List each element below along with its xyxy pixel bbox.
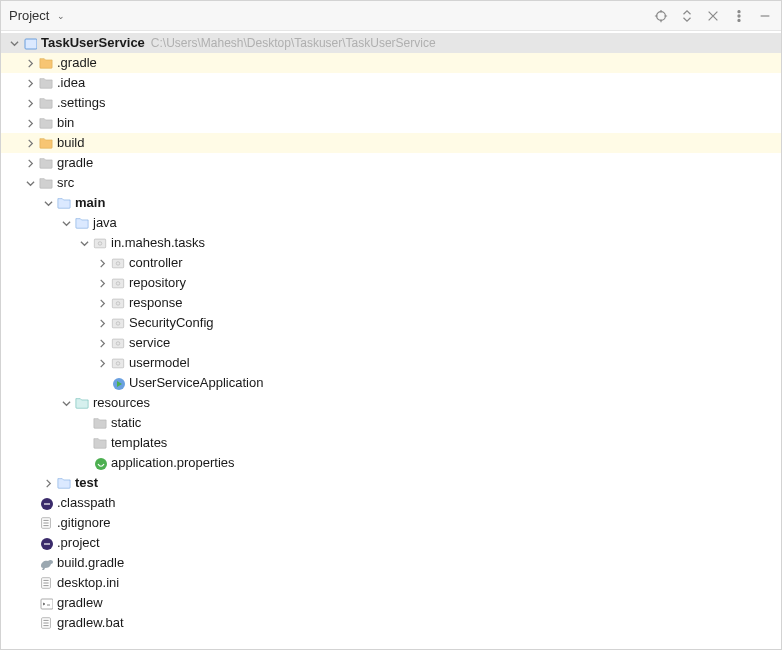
tree-item-gradlew[interactable]: gradlew	[1, 593, 781, 613]
expand-icon[interactable]	[23, 179, 37, 188]
tree-label: gradlew	[55, 593, 103, 613]
expand-icon[interactable]	[95, 359, 109, 368]
tree-label: .settings	[55, 93, 105, 113]
tree-item-usermodel[interactable]: usermodel	[1, 353, 781, 373]
folder-icon	[91, 436, 109, 450]
tree-item-controller[interactable]: controller	[1, 253, 781, 273]
expand-icon[interactable]	[23, 79, 37, 88]
folder-icon	[37, 116, 55, 130]
text-file-icon	[37, 576, 55, 590]
gradle-icon	[37, 556, 55, 570]
source-folder-icon	[73, 216, 91, 230]
eclipse-icon	[37, 496, 55, 510]
project-dropdown[interactable]: Project ⌄	[9, 8, 65, 23]
tree-label: in.mahesh.tasks	[109, 233, 205, 253]
tree-item-desktop-ini[interactable]: desktop.ini	[1, 573, 781, 593]
expand-icon[interactable]	[23, 119, 37, 128]
tree-label: TaskUserService	[39, 33, 145, 53]
module-folder-icon	[55, 476, 73, 490]
panel-title: Project	[9, 8, 49, 23]
tree-item-main[interactable]: main	[1, 193, 781, 213]
tree-item-build[interactable]: build	[1, 133, 781, 153]
tree-item-templates[interactable]: templates	[1, 433, 781, 453]
package-icon	[91, 236, 109, 250]
expand-icon[interactable]	[7, 39, 21, 48]
chevron-down-icon: ⌄	[57, 11, 65, 21]
package-icon	[109, 356, 127, 370]
tree-item-src[interactable]: src	[1, 173, 781, 193]
tree-root-path: C:\Users\Mahesh\Desktop\Taskuser\TaskUse…	[151, 33, 436, 53]
spring-config-icon	[91, 456, 109, 470]
tree-label: static	[109, 413, 141, 433]
tree-label: src	[55, 173, 74, 193]
tree-item-project[interactable]: .project	[1, 533, 781, 553]
folder-icon	[37, 76, 55, 90]
eclipse-icon	[37, 536, 55, 550]
tree-item-response[interactable]: response	[1, 293, 781, 313]
expand-collapse-button[interactable]	[679, 8, 695, 24]
tree-item-gradlew-bat[interactable]: gradlew.bat	[1, 613, 781, 633]
tree-item-idea[interactable]: .idea	[1, 73, 781, 93]
tree-item-gitignore[interactable]: .gitignore	[1, 513, 781, 533]
module-icon	[21, 36, 39, 50]
tree-label: .gitignore	[55, 513, 110, 533]
tree-label: gradlew.bat	[55, 613, 124, 633]
tree-item-service[interactable]: service	[1, 333, 781, 353]
tree-item-build-gradle[interactable]: build.gradle	[1, 553, 781, 573]
tree-item-app-class[interactable]: UserServiceApplication	[1, 373, 781, 393]
more-options-button[interactable]	[731, 8, 747, 24]
tree-root[interactable]: TaskUserService C:\Users\Mahesh\Desktop\…	[1, 33, 781, 53]
expand-icon[interactable]	[41, 199, 55, 208]
tree-item-repository[interactable]: repository	[1, 273, 781, 293]
hide-button[interactable]	[757, 8, 773, 24]
folder-icon	[37, 56, 55, 70]
tree-item-gradle[interactable]: gradle	[1, 153, 781, 173]
tree-label: UserServiceApplication	[127, 373, 263, 393]
expand-icon[interactable]	[23, 139, 37, 148]
tree-label: desktop.ini	[55, 573, 119, 593]
tree-label: controller	[127, 253, 182, 273]
text-file-icon	[37, 516, 55, 530]
tree-item-bin[interactable]: bin	[1, 113, 781, 133]
close-button[interactable]	[705, 8, 721, 24]
expand-icon[interactable]	[59, 399, 73, 408]
tree-label: templates	[109, 433, 167, 453]
tree-label: main	[73, 193, 105, 213]
expand-icon[interactable]	[23, 59, 37, 68]
package-icon	[109, 256, 127, 270]
tree-item-security[interactable]: SecurityConfig	[1, 313, 781, 333]
tree-item-test[interactable]: test	[1, 473, 781, 493]
package-icon	[109, 316, 127, 330]
tree-label: application.properties	[109, 453, 235, 473]
package-icon	[109, 336, 127, 350]
tree-item-settings[interactable]: .settings	[1, 93, 781, 113]
tree-label: response	[127, 293, 182, 313]
module-folder-icon	[55, 196, 73, 210]
expand-icon[interactable]	[95, 319, 109, 328]
resources-folder-icon	[73, 396, 91, 410]
project-tree[interactable]: TaskUserService C:\Users\Mahesh\Desktop\…	[1, 31, 781, 649]
tree-label: bin	[55, 113, 74, 133]
expand-icon[interactable]	[77, 239, 91, 248]
tree-label: .idea	[55, 73, 85, 93]
expand-icon[interactable]	[41, 479, 55, 488]
expand-icon[interactable]	[59, 219, 73, 228]
expand-icon[interactable]	[95, 259, 109, 268]
expand-icon[interactable]	[95, 299, 109, 308]
expand-icon[interactable]	[95, 339, 109, 348]
tree-item-gradle-hidden[interactable]: .gradle	[1, 53, 781, 73]
expand-icon[interactable]	[23, 159, 37, 168]
tree-item-app-props[interactable]: application.properties	[1, 453, 781, 473]
tree-item-classpath[interactable]: .classpath	[1, 493, 781, 513]
expand-icon[interactable]	[23, 99, 37, 108]
tree-item-package-root[interactable]: in.mahesh.tasks	[1, 233, 781, 253]
tree-item-resources[interactable]: resources	[1, 393, 781, 413]
tree-label: repository	[127, 273, 186, 293]
expand-icon[interactable]	[95, 279, 109, 288]
tree-label: build.gradle	[55, 553, 124, 573]
select-opened-file-button[interactable]	[653, 8, 669, 24]
tree-item-java[interactable]: java	[1, 213, 781, 233]
class-run-icon	[109, 376, 127, 390]
tree-label: usermodel	[127, 353, 190, 373]
tree-item-static[interactable]: static	[1, 413, 781, 433]
